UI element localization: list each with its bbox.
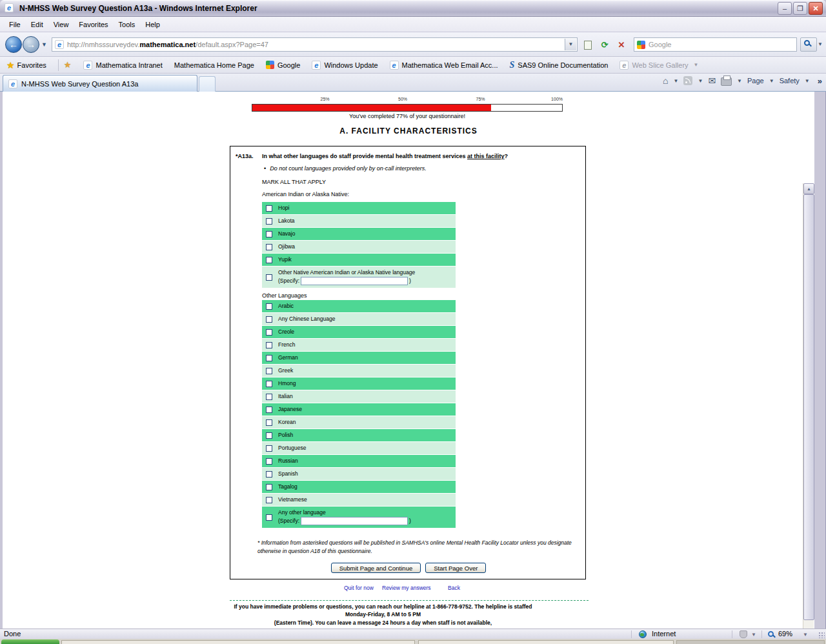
- checkbox-row-hmong[interactable]: Hmong: [262, 377, 456, 390]
- checkbox[interactable]: [266, 497, 272, 503]
- checkbox[interactable]: [266, 445, 272, 452]
- protected-mode-icon[interactable]: [740, 630, 747, 638]
- checkbox-row-greek[interactable]: Greek: [262, 365, 456, 377]
- protected-mode-dropdown-icon[interactable]: ▼: [751, 632, 756, 638]
- search-box[interactable]: [634, 37, 797, 52]
- home-icon[interactable]: ⌂: [663, 75, 668, 86]
- checkbox[interactable]: [266, 355, 272, 361]
- refresh-button[interactable]: ⟳: [597, 37, 612, 52]
- checkbox-row-japanese[interactable]: Japanese: [262, 403, 456, 416]
- home-dropdown-icon[interactable]: ▼: [674, 78, 679, 84]
- checkbox[interactable]: [266, 394, 272, 400]
- zoom-icon[interactable]: [768, 630, 774, 637]
- favorite-mathematica-web-email-acc[interactable]: eMathematica Web Email Acc...: [384, 59, 504, 72]
- checkbox[interactable]: [266, 303, 272, 310]
- start-over-button[interactable]: Start Page Over: [425, 563, 486, 573]
- safety-dropdown-icon[interactable]: ▼: [805, 78, 810, 84]
- checkbox[interactable]: [266, 316, 272, 323]
- checkbox-row-german[interactable]: German: [262, 352, 456, 364]
- feeds-icon[interactable]: [683, 76, 692, 85]
- checkbox[interactable]: [266, 419, 272, 426]
- checkbox[interactable]: [266, 257, 272, 263]
- specify-input[interactable]: [301, 277, 408, 285]
- forward-button[interactable]: →: [23, 36, 39, 53]
- menu-favorites[interactable]: Favorites: [74, 19, 113, 30]
- checkbox-row-russian[interactable]: Russian: [262, 455, 456, 467]
- favorite-mathematica-intranet[interactable]: eMathematica Intranet: [77, 59, 168, 72]
- stop-button[interactable]: ✕: [614, 37, 629, 52]
- quit-link[interactable]: Quit for now: [344, 585, 374, 591]
- checkbox-row-navajo[interactable]: Navajo: [262, 228, 456, 240]
- print-icon[interactable]: [721, 77, 732, 86]
- checkbox-row-italian[interactable]: Italian: [262, 390, 456, 403]
- close-button[interactable]: ✕: [809, 2, 823, 15]
- zoom-dropdown-icon[interactable]: ▼: [803, 632, 808, 638]
- back-button[interactable]: ←: [5, 36, 22, 53]
- checkbox[interactable]: [266, 231, 272, 237]
- start-button-edge[interactable]: [1, 639, 59, 644]
- back-link[interactable]: Back: [448, 585, 460, 591]
- checkbox[interactable]: [266, 381, 272, 387]
- search-options-icon[interactable]: ▼: [818, 41, 823, 47]
- checkbox-row-ojibwa[interactable]: Ojibwa: [262, 241, 456, 253]
- menu-tools[interactable]: Tools: [114, 19, 141, 30]
- checkbox-row-any-other-language[interactable]: Any other language(Specify:): [262, 507, 456, 528]
- taskbar-item[interactable]: [418, 640, 674, 644]
- favorite-windows-update[interactable]: eWindows Update: [306, 59, 383, 72]
- checkbox[interactable]: [266, 407, 272, 413]
- read-mail-icon[interactable]: ✉: [708, 75, 716, 86]
- checkbox[interactable]: [266, 484, 272, 490]
- taskbar-item[interactable]: [61, 640, 415, 644]
- checkbox-row-spanish[interactable]: Spanish: [262, 468, 456, 480]
- title-bar[interactable]: e N-MHSS Web Survey Question A13a - Wind…: [0, 0, 826, 17]
- checkbox[interactable]: [266, 471, 272, 478]
- checkbox[interactable]: [266, 458, 272, 465]
- page-menu[interactable]: Page: [747, 77, 764, 85]
- checkbox[interactable]: [266, 342, 272, 348]
- checkbox-row-portuguese[interactable]: Portuguese: [262, 442, 456, 454]
- menu-file[interactable]: File: [4, 19, 26, 30]
- address-bar[interactable]: e http://nmhsssurveydev.mathematica.net/…: [52, 37, 578, 52]
- taskbar-item[interactable]: [676, 640, 825, 644]
- checkbox-row-korean[interactable]: Korean: [262, 416, 456, 428]
- checkbox[interactable]: [266, 218, 272, 225]
- checkbox-row-polish[interactable]: Polish: [262, 429, 456, 441]
- checkbox[interactable]: [266, 368, 272, 374]
- restore-button[interactable]: ❐: [793, 2, 807, 15]
- more-commands-icon[interactable]: »: [818, 76, 822, 86]
- print-dropdown-icon[interactable]: ▼: [737, 78, 742, 84]
- search-button[interactable]: [800, 37, 817, 52]
- checkbox[interactable]: [266, 205, 272, 212]
- new-tab-button[interactable]: [199, 76, 216, 92]
- compatibility-view-button[interactable]: [580, 37, 596, 52]
- checkbox-row-yupik[interactable]: Yupik: [262, 254, 456, 266]
- menu-view[interactable]: View: [48, 19, 74, 30]
- checkbox-row-arabic[interactable]: Arabic: [262, 300, 456, 312]
- checkbox[interactable]: [266, 432, 272, 439]
- add-favorite-icon[interactable]: ★: [64, 60, 72, 70]
- page-dropdown-icon[interactable]: ▼: [769, 78, 774, 84]
- favorites-star-icon[interactable]: ★: [6, 60, 15, 70]
- zoom-level[interactable]: 69%: [778, 630, 792, 638]
- tab-survey[interactable]: e N-MHSS Web Survey Question A13a: [3, 75, 197, 92]
- checkbox-row-lakota[interactable]: Lakota: [262, 215, 456, 227]
- favorite-web-slice-gallery[interactable]: eWeb Slice Gallery▼: [614, 59, 704, 72]
- scroll-up-icon[interactable]: ▲: [803, 183, 814, 194]
- resize-grip[interactable]: [818, 632, 825, 638]
- favorite-sas9-online-documentation[interactable]: SSAS9 Online Documentation: [504, 58, 614, 72]
- menu-help[interactable]: Help: [140, 19, 165, 30]
- checkbox-row-other-native-american-indian-or-alaska-native-language[interactable]: Other Native American Indian or Alaska N…: [262, 267, 456, 288]
- checkbox-row-vietnamese[interactable]: Vietnamese: [262, 494, 456, 506]
- checkbox-row-tagalog[interactable]: Tagalog: [262, 481, 456, 493]
- vertical-scrollbar[interactable]: ▲ ▼: [803, 183, 814, 629]
- checkbox[interactable]: [266, 329, 272, 336]
- checkbox-row-french[interactable]: French: [262, 339, 456, 351]
- feeds-dropdown-icon[interactable]: ▼: [698, 78, 703, 84]
- safety-menu[interactable]: Safety: [780, 77, 800, 85]
- checkbox-row-any-chinese-language[interactable]: Any Chinese Language: [262, 313, 456, 325]
- checkbox[interactable]: [266, 514, 272, 521]
- checkbox-row-creole[interactable]: Creole: [262, 326, 456, 338]
- menu-edit[interactable]: Edit: [26, 19, 48, 30]
- address-dropdown-icon[interactable]: ▼: [565, 39, 576, 50]
- minimize-button[interactable]: –: [778, 2, 792, 15]
